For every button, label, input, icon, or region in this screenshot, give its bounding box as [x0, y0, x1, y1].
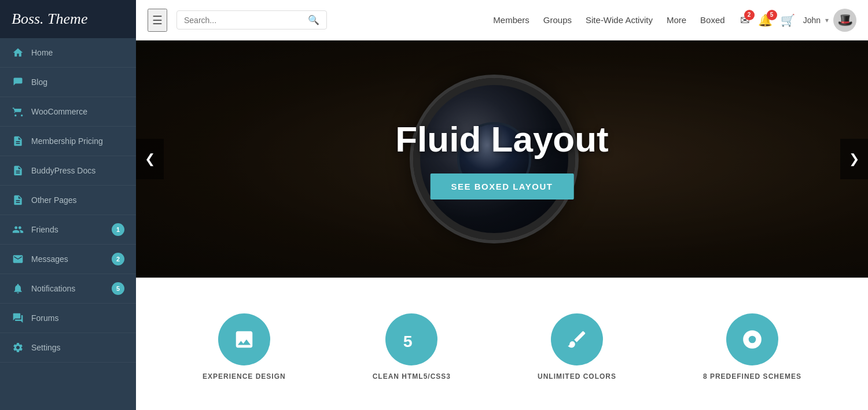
sidebar-item-settings[interactable]: Settings	[0, 333, 136, 363]
predefined-schemes-label: 8 PREDEFINED SCHEMES	[703, 372, 801, 381]
sidebar-item-label: Forums	[31, 313, 58, 323]
messages-icon-btn[interactable]: ✉ 2	[740, 13, 750, 27]
notifications-icon-btn[interactable]: 🔔 5	[758, 13, 773, 27]
sidebar-badge-friends: 1	[112, 223, 124, 236]
user-menu[interactable]: John ▾ 🎩	[803, 9, 856, 32]
experience-design-icon	[218, 313, 270, 365]
forums-icon	[12, 312, 24, 324]
settings-icon	[12, 341, 24, 354]
sidebar-item-label: Notifications	[31, 284, 75, 293]
membership-pricing-icon	[12, 135, 24, 147]
clean-html-css-label: CLEAN HTML5/CSS3	[373, 372, 451, 381]
header-nav-members[interactable]: Members	[493, 15, 529, 25]
blog-icon	[12, 76, 24, 88]
unlimited-colors-label: UNLIMITED COLORS	[538, 372, 616, 381]
sidebar-item-woocommerce[interactable]: WooCommerce	[0, 97, 136, 127]
search-input[interactable]	[184, 16, 308, 25]
sidebar-item-label: Friends	[31, 225, 58, 234]
sidebar-nav: Home Blog WooCommerce Membership Pricing…	[0, 38, 136, 410]
sidebar-item-forums[interactable]: Forums	[0, 304, 136, 333]
messages-icon	[12, 253, 24, 265]
hero-section: ❮ Fluid Layout SEE BOXED LAYOUT ❯	[136, 40, 868, 278]
sidebar: Boss. Theme Home Blog WooCommerce Member…	[0, 0, 136, 410]
sidebar-item-buddypress-docs[interactable]: BuddyPress Docs	[0, 156, 136, 186]
sidebar-logo: Boss. Theme	[0, 0, 136, 38]
features-section: EXPERIENCE DESIGN 5 CLEAN HTML5/CSS3 UNL…	[136, 278, 868, 410]
sidebar-item-messages[interactable]: Messages 2	[0, 245, 136, 274]
sidebar-item-other-pages[interactable]: Other Pages	[0, 186, 136, 215]
unlimited-colors-icon	[551, 313, 603, 365]
woocommerce-icon	[12, 105, 24, 118]
other-pages-icon	[12, 194, 24, 206]
header-nav-boxed[interactable]: Boxed	[700, 15, 725, 25]
sidebar-item-label: Other Pages	[31, 195, 77, 205]
sidebar-item-label: Membership Pricing	[31, 136, 103, 146]
clean-html-css-icon: 5	[385, 313, 437, 365]
friends-icon	[12, 223, 24, 236]
sidebar-badge-notifications: 5	[112, 282, 124, 295]
home-icon	[12, 46, 24, 59]
svg-text:5: 5	[403, 332, 413, 350]
sidebar-item-membership-pricing[interactable]: Membership Pricing	[0, 127, 136, 156]
svg-point-2	[749, 336, 756, 343]
sidebar-item-label: Home	[31, 48, 53, 57]
hamburger-button[interactable]: ☰	[148, 9, 167, 32]
hero-content: Fluid Layout SEE BOXED LAYOUT	[395, 119, 609, 200]
sidebar-item-label: Messages	[31, 254, 68, 264]
chevron-down-icon: ▾	[825, 16, 829, 24]
header-actions: ✉ 2 🔔 5 🛒 John ▾ 🎩	[740, 9, 856, 32]
header-nav-groups[interactable]: Groups	[543, 15, 572, 25]
sidebar-item-friends[interactable]: Friends 1	[0, 215, 136, 245]
feature-predefined-schemes: 8 PREDEFINED SCHEMES	[703, 313, 801, 381]
header-nav-more[interactable]: More	[667, 15, 686, 25]
user-name: John	[803, 16, 821, 25]
hero-next-button[interactable]: ❯	[840, 139, 868, 179]
sidebar-item-label: WooCommerce	[31, 107, 87, 116]
feature-unlimited-colors: UNLIMITED COLORS	[538, 313, 616, 381]
hero-title: Fluid Layout	[395, 119, 609, 160]
feature-experience-design: EXPERIENCE DESIGN	[203, 313, 286, 381]
notifications-icon	[12, 282, 24, 295]
sidebar-item-notifications[interactable]: Notifications 5	[0, 274, 136, 304]
buddypress-docs-icon	[12, 164, 24, 177]
cart-icon-btn[interactable]: 🛒	[781, 13, 795, 27]
search-bar: 🔍	[176, 10, 327, 29]
header-nav: MembersGroupsSite-Wide ActivityMoreBoxed	[493, 15, 724, 25]
main-content: ☰ 🔍 MembersGroupsSite-Wide ActivityMoreB…	[136, 0, 868, 410]
hero-prev-button[interactable]: ❮	[136, 139, 164, 179]
hero-cta-button[interactable]: SEE BOXED LAYOUT	[431, 173, 574, 200]
avatar: 🎩	[833, 9, 856, 32]
logo-text: Boss. Theme	[12, 10, 87, 28]
search-icon: 🔍	[308, 14, 319, 25]
sidebar-item-blog[interactable]: Blog	[0, 68, 136, 97]
notifications-badge: 5	[767, 10, 777, 20]
experience-design-label: EXPERIENCE DESIGN	[203, 372, 286, 381]
sidebar-item-home[interactable]: Home	[0, 38, 136, 68]
feature-clean-html-css: 5 CLEAN HTML5/CSS3	[373, 313, 451, 381]
messages-badge: 2	[744, 10, 755, 20]
predefined-schemes-icon	[726, 313, 778, 365]
sidebar-badge-messages: 2	[112, 253, 124, 265]
sidebar-item-label: Settings	[31, 343, 61, 352]
header-nav-site-wide-activity[interactable]: Site-Wide Activity	[586, 15, 653, 25]
header: ☰ 🔍 MembersGroupsSite-Wide ActivityMoreB…	[136, 0, 868, 40]
sidebar-item-label: Blog	[31, 77, 47, 87]
sidebar-item-label: BuddyPress Docs	[31, 166, 95, 175]
